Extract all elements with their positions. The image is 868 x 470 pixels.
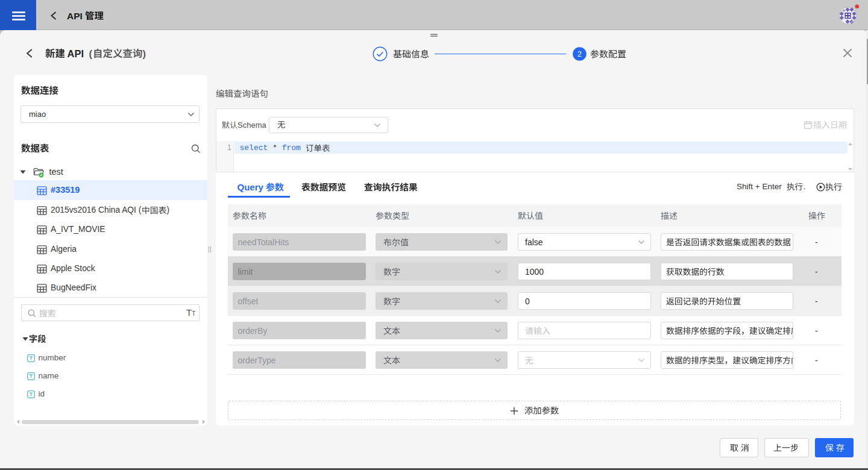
svg-text:2: 2 bbox=[577, 50, 582, 58]
